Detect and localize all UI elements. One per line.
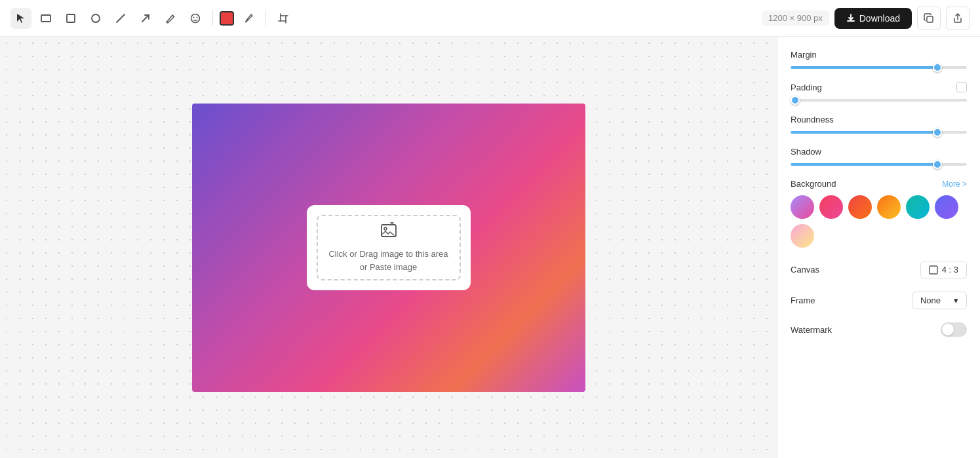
canvas-section: Canvas 4 : 3: [791, 261, 967, 278]
watermark-label: Watermark: [791, 325, 832, 335]
frame-select[interactable]: None ▾: [912, 292, 967, 309]
roundness-label: Roundness: [791, 115, 967, 124]
watermark-toggle[interactable]: [941, 322, 967, 337]
svg-point-2: [92, 14, 100, 22]
toolbar: 1200 × 900 px Download: [0, 0, 980, 37]
dimension-display: 1200 × 900 px: [762, 10, 829, 26]
download-label: Download: [859, 13, 900, 24]
svg-rect-0: [41, 15, 50, 22]
upload-area[interactable]: Click or Drag image to this area or Past…: [307, 205, 471, 290]
share-button[interactable]: [946, 7, 970, 30]
arrow-tool[interactable]: [135, 8, 156, 29]
shadow-label: Shadow: [791, 147, 967, 157]
toolbar-tools: [10, 8, 756, 29]
upload-line1: Click or Drag image to this area: [328, 248, 448, 261]
upload-icon: [380, 221, 398, 244]
svg-rect-18: [930, 266, 937, 274]
background-section: Background More >: [791, 179, 967, 248]
toolbar-right: 1200 × 900 px Download: [762, 7, 970, 30]
upload-text: Click or Drag image to this area or Past…: [328, 248, 448, 273]
svg-point-8: [197, 16, 198, 18]
canvas-ratio-button[interactable]: 4 : 3: [920, 261, 967, 278]
frame-value: None: [920, 296, 941, 305]
swatch-3[interactable]: [848, 195, 872, 219]
square-tool[interactable]: [60, 8, 81, 29]
swatch-1[interactable]: [791, 195, 814, 219]
brush-tool[interactable]: [238, 8, 259, 29]
swatch-7[interactable]: [791, 224, 814, 248]
toolbar-divider-2: [265, 10, 266, 26]
frame-label: Frame: [791, 296, 815, 305]
upload-line2: or Paste image: [328, 261, 448, 274]
padding-section: Padding: [791, 82, 967, 102]
svg-line-3: [117, 14, 125, 22]
shadow-slider[interactable]: [791, 163, 967, 166]
svg-point-6: [191, 14, 200, 22]
padding-label: Padding: [791, 83, 822, 92]
color-swatch[interactable]: [220, 11, 234, 26]
shadow-section: Shadow: [791, 147, 967, 166]
svg-rect-1: [67, 14, 75, 22]
svg-point-7: [193, 16, 195, 18]
toolbar-divider: [212, 10, 213, 26]
roundness-section: Roundness: [791, 115, 967, 134]
canvas-ratio-label: 4 : 3: [942, 265, 958, 275]
upload-dropzone[interactable]: Click or Drag image to this area or Past…: [317, 215, 461, 280]
svg-line-4: [142, 15, 149, 22]
emoji-tool[interactable]: [185, 8, 206, 29]
frame-chevron-icon: ▾: [954, 296, 958, 305]
svg-point-15: [384, 227, 387, 230]
pen-tool[interactable]: [160, 8, 181, 29]
roundness-slider[interactable]: [791, 131, 967, 134]
crop-tool[interactable]: [273, 8, 294, 29]
copy-button[interactable]: [917, 7, 941, 30]
gradient-canvas: Click or Drag image to this area or Past…: [192, 104, 585, 392]
rect-tool[interactable]: [35, 8, 56, 29]
swatch-5[interactable]: [906, 195, 930, 219]
canvas-area[interactable]: Click or Drag image to this area or Past…: [0, 37, 777, 458]
padding-checkbox[interactable]: [956, 82, 967, 92]
svg-rect-13: [927, 16, 933, 22]
margin-section: Margin: [791, 50, 967, 69]
download-button[interactable]: Download: [834, 8, 912, 29]
select-tool[interactable]: [10, 8, 31, 29]
svg-line-5: [172, 15, 174, 17]
margin-label: Margin: [791, 50, 967, 60]
canvas-label: Canvas: [791, 265, 819, 275]
swatch-4[interactable]: [877, 195, 901, 219]
swatch-2[interactable]: [819, 195, 843, 219]
sidebar: Margin Padding Roundness Shadow Backgrou…: [777, 37, 980, 458]
frame-section: Frame None ▾: [791, 292, 967, 309]
swatches: [791, 195, 967, 248]
circle-tool[interactable]: [85, 8, 106, 29]
main-area: Click or Drag image to this area or Past…: [0, 37, 980, 458]
swatch-6[interactable]: [935, 195, 958, 219]
margin-slider[interactable]: [791, 66, 967, 69]
watermark-section: Watermark: [791, 322, 967, 337]
more-link[interactable]: More >: [942, 180, 967, 189]
background-label: Background: [791, 179, 836, 189]
line-tool[interactable]: [110, 8, 131, 29]
padding-slider[interactable]: [791, 99, 967, 102]
